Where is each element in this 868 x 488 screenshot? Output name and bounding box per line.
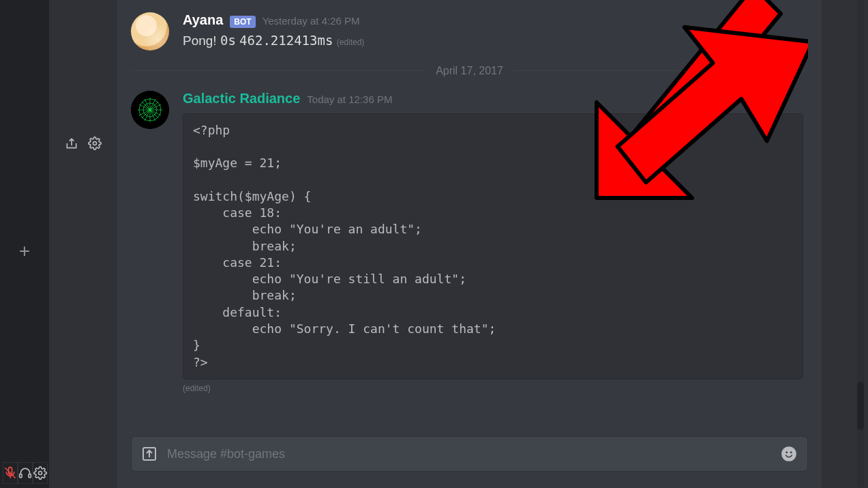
message-input[interactable] xyxy=(167,447,770,461)
svg-rect-2 xyxy=(29,474,31,478)
username[interactable]: Galactic Radiance xyxy=(183,91,300,106)
voice-controls xyxy=(0,458,49,488)
date-divider: April 17, 2017 xyxy=(131,65,808,77)
server-list: + xyxy=(0,0,49,488)
deafen-button[interactable] xyxy=(18,462,33,484)
svg-point-11 xyxy=(790,451,792,453)
message: Galactic Radiance Today at 12:36 PM <?ph… xyxy=(131,84,808,404)
edited-marker: (edited) xyxy=(337,38,365,47)
member-list-collapsed xyxy=(822,0,868,488)
svg-point-10 xyxy=(785,451,788,453)
bot-badge: BOT xyxy=(230,16,255,28)
chat-area: Ayana BOT Yesterday at 4:26 PM Pong! 0s … xyxy=(117,0,822,488)
timestamp: Yesterday at 4:26 PM xyxy=(263,15,360,27)
text: Pong! xyxy=(183,33,217,48)
edited-marker: (edited) xyxy=(183,384,808,393)
gear-icon[interactable] xyxy=(88,137,102,153)
avatar[interactable] xyxy=(131,91,169,129)
share-icon[interactable] xyxy=(65,137,78,153)
message-list[interactable]: Ayana BOT Yesterday at 4:26 PM Pong! 0s … xyxy=(117,0,822,436)
svg-point-9 xyxy=(781,446,796,461)
upload-icon[interactable] xyxy=(141,446,158,462)
mute-mic-button[interactable] xyxy=(3,462,18,484)
scrollbar-thumb[interactable] xyxy=(857,382,864,430)
emoji-picker-icon[interactable] xyxy=(780,445,798,463)
message: Ayana BOT Yesterday at 4:26 PM Pong! 0s … xyxy=(131,5,808,62)
add-server-button[interactable]: + xyxy=(14,242,35,263)
username[interactable]: Ayana xyxy=(183,12,223,28)
timestamp: Today at 12:36 PM xyxy=(307,94,392,105)
svg-point-4 xyxy=(93,142,97,145)
message-input-bar xyxy=(131,436,808,472)
user-settings-button[interactable] xyxy=(33,462,48,484)
code-block[interactable]: <?php $myAge = 21; switch($myAge) { case… xyxy=(183,113,803,379)
channel-sidebar xyxy=(49,0,117,488)
avatar[interactable] xyxy=(131,12,169,51)
message-content: Pong! 0s 462.212413ms (edited) xyxy=(183,31,808,51)
svg-rect-1 xyxy=(20,474,22,478)
latency-ms: 462.212413ms xyxy=(239,33,333,48)
date-divider-label: April 17, 2017 xyxy=(426,65,513,77)
svg-point-3 xyxy=(39,472,42,475)
latency-seconds: 0s xyxy=(220,33,236,48)
